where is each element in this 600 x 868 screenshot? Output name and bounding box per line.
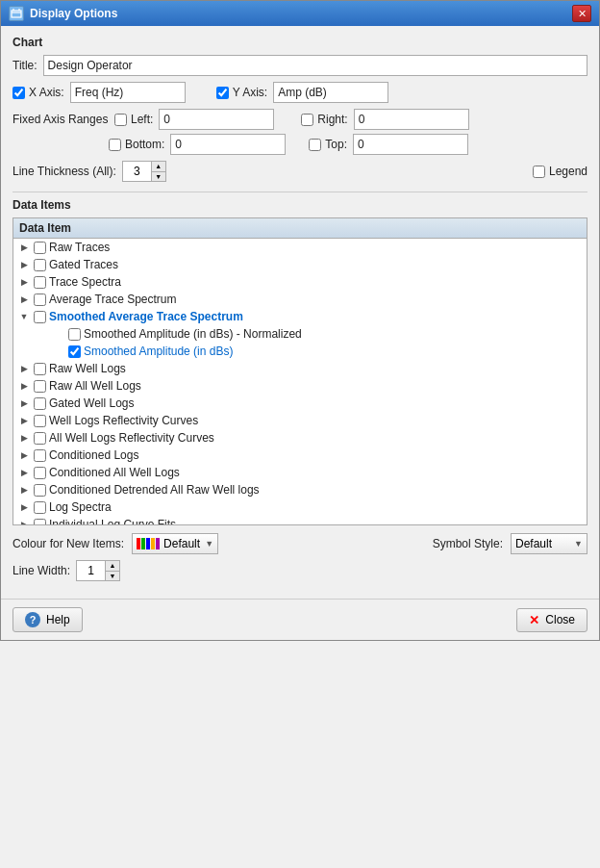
- expand-avg-trace-spectrum[interactable]: [17, 293, 31, 306]
- label-well-logs-reflectivity: Well Logs Reflectivity Curves: [49, 414, 198, 427]
- tree-item-raw-well-logs[interactable]: Raw Well Logs: [13, 360, 587, 377]
- bottom-check-wrap: Bottom:: [109, 138, 164, 151]
- title-row: Title:: [12, 55, 588, 76]
- help-button[interactable]: ? Help: [12, 607, 83, 632]
- bottom-checkbox[interactable]: [109, 139, 121, 151]
- window-close-button[interactable]: ✕: [572, 5, 591, 22]
- display-options-window: Display Options ✕ Chart Title: X Axis: Y…: [0, 0, 600, 641]
- expand-smoothed-avg-spectrum[interactable]: [17, 310, 31, 323]
- tree-item-gated-well-logs[interactable]: Gated Well Logs: [13, 395, 587, 412]
- tree-item-all-well-logs-reflectivity[interactable]: All Well Logs Reflectivity Curves: [13, 429, 587, 447]
- tree-container[interactable]: Data Item Raw Traces Gated Traces Trace …: [12, 217, 588, 525]
- expand-raw-all-well-logs[interactable]: [17, 379, 31, 393]
- left-check-wrap: Left:: [114, 113, 153, 126]
- left-checkbox[interactable]: [114, 114, 127, 126]
- line-width-down-btn[interactable]: ▼: [106, 572, 119, 581]
- legend-check-wrap: Legend: [533, 165, 588, 178]
- spinner-down-btn[interactable]: ▼: [152, 172, 165, 182]
- check-avg-trace-spectrum[interactable]: [34, 294, 46, 306]
- tree-item-raw-all-well-logs[interactable]: Raw All Well Logs: [13, 377, 587, 395]
- top-input[interactable]: [353, 134, 468, 155]
- line-width-input[interactable]: [76, 560, 105, 581]
- check-trace-spectra[interactable]: [34, 276, 46, 289]
- check-raw-well-logs[interactable]: [34, 363, 46, 375]
- check-smoothed-normalized[interactable]: [68, 328, 81, 341]
- left-label: Left:: [131, 113, 153, 126]
- check-smoothed-amplitude[interactable]: [68, 345, 81, 358]
- expand-well-logs-reflectivity[interactable]: [17, 414, 31, 427]
- tree-item-raw-traces[interactable]: Raw Traces: [13, 239, 587, 256]
- symbol-label: Symbol Style:: [433, 537, 503, 550]
- tree-item-avg-trace-spectrum[interactable]: Average Trace Spectrum: [13, 291, 587, 308]
- expand-gated-well-logs[interactable]: [17, 396, 31, 410]
- top-label: Top:: [325, 138, 347, 151]
- expand-conditioned-detrended[interactable]: [17, 483, 31, 497]
- check-log-spectra[interactable]: [34, 501, 46, 514]
- expand-gated-traces[interactable]: [17, 258, 31, 271]
- line-width-row: Line Width: ▲ ▼: [12, 560, 588, 581]
- bottom-input[interactable]: [170, 134, 286, 155]
- line-width-up-btn[interactable]: ▲: [106, 561, 119, 572]
- symbol-dropdown-arrow: ▼: [574, 539, 583, 549]
- check-all-well-logs-reflectivity[interactable]: [34, 432, 46, 445]
- x-axis-checkbox[interactable]: [12, 87, 25, 99]
- expand-log-spectra[interactable]: [17, 500, 31, 514]
- tree-item-gated-traces[interactable]: Gated Traces: [13, 256, 587, 273]
- check-gated-well-logs[interactable]: [34, 397, 46, 410]
- label-raw-traces: Raw Traces: [49, 241, 110, 254]
- expand-conditioned-all-well-logs[interactable]: [17, 466, 31, 479]
- label-conditioned-logs: Conditioned Logs: [49, 448, 138, 462]
- symbol-value: Default: [515, 537, 552, 550]
- fixed-axis-top-row: Fixed Axis Ranges Left: Right:: [12, 109, 588, 130]
- expand-raw-traces[interactable]: [17, 241, 31, 254]
- line-width-spinner: ▲ ▼: [105, 560, 120, 581]
- x-axis-label: X Axis:: [29, 86, 64, 99]
- check-conditioned-all-well-logs[interactable]: [34, 467, 46, 479]
- svg-rect-0: [12, 11, 21, 17]
- tree-item-smoothed-normalized[interactable]: Smoothed Amplitude (in dBs) - Normalized: [13, 325, 587, 343]
- right-input[interactable]: [354, 109, 469, 130]
- tree-item-conditioned-detrended[interactable]: Conditioned Detrended All Raw Well logs: [13, 481, 587, 498]
- legend-checkbox[interactable]: [533, 166, 545, 178]
- check-conditioned-logs[interactable]: [34, 449, 46, 462]
- expand-all-well-logs-reflectivity[interactable]: [17, 431, 31, 445]
- spinner-up-btn[interactable]: ▲: [152, 162, 165, 172]
- top-checkbox[interactable]: [309, 139, 321, 151]
- expand-trace-spectra[interactable]: [17, 275, 31, 289]
- legend-label: Legend: [549, 165, 588, 178]
- footer-bar: ? Help ✕ Close: [1, 599, 599, 640]
- tree-item-conditioned-logs[interactable]: Conditioned Logs: [13, 447, 587, 464]
- check-individual-log-curve-fits[interactable]: [34, 519, 46, 526]
- check-conditioned-detrended[interactable]: [34, 484, 46, 497]
- tree-item-trace-spectra[interactable]: Trace Spectra: [13, 273, 587, 291]
- chart-section-label: Chart: [12, 36, 588, 49]
- x-axis-input[interactable]: [70, 82, 186, 103]
- tree-item-conditioned-all-well-logs[interactable]: Conditioned All Well Logs: [13, 464, 587, 481]
- tree-item-well-logs-reflectivity[interactable]: Well Logs Reflectivity Curves: [13, 412, 587, 429]
- check-raw-traces[interactable]: [34, 242, 46, 254]
- expand-conditioned-logs[interactable]: [17, 448, 31, 462]
- tree-item-smoothed-amplitude[interactable]: Smoothed Amplitude (in dBs): [13, 343, 587, 360]
- expand-raw-well-logs[interactable]: [17, 362, 31, 375]
- axis-row: X Axis: Y Axis:: [12, 82, 588, 103]
- title-input[interactable]: [43, 55, 588, 76]
- colour-swatch: [137, 538, 160, 549]
- line-thickness-input[interactable]: [122, 161, 151, 182]
- colour-dropdown[interactable]: Default ▼: [132, 533, 218, 554]
- right-checkbox[interactable]: [301, 114, 313, 126]
- close-button[interactable]: ✕ Close: [516, 608, 588, 632]
- check-smoothed-avg-spectrum[interactable]: [34, 311, 46, 323]
- check-well-logs-reflectivity[interactable]: [34, 415, 46, 427]
- tree-item-individual-log-curve-fits[interactable]: Individual Log Curve Fits: [13, 516, 587, 525]
- check-gated-traces[interactable]: [34, 259, 46, 271]
- y-axis-checkbox[interactable]: [216, 87, 229, 99]
- left-input[interactable]: [159, 109, 274, 130]
- symbol-dropdown[interactable]: Default ▼: [511, 533, 588, 554]
- y-axis-input[interactable]: [273, 82, 388, 103]
- tree-item-smoothed-avg-spectrum[interactable]: Smoothed Average Trace Spectrum: [13, 308, 587, 325]
- tree-header: Data Item: [13, 218, 587, 239]
- y-axis-check-wrap: Y Axis:: [216, 86, 267, 99]
- check-raw-all-well-logs[interactable]: [34, 380, 46, 393]
- tree-item-log-spectra[interactable]: Log Spectra: [13, 498, 587, 516]
- expand-individual-log-curve-fits[interactable]: [17, 518, 31, 525]
